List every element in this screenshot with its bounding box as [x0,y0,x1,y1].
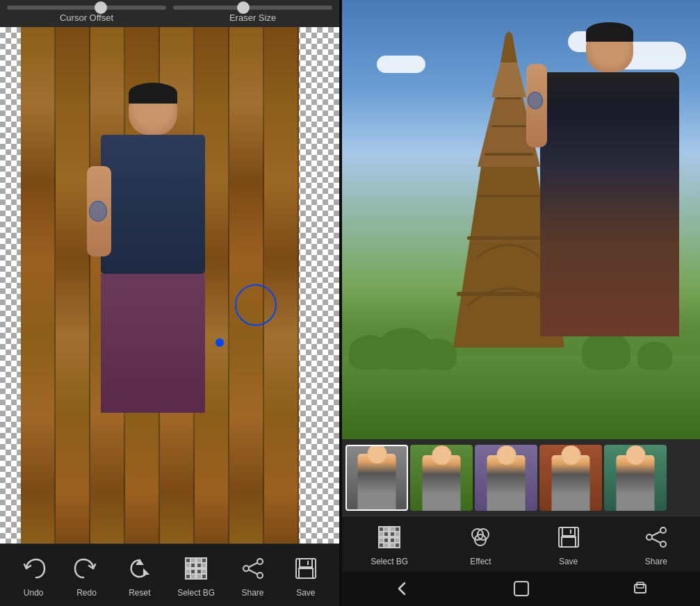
left-panel: Cursor Offset Eraser Size [0,0,339,606]
man-right-tattoo [528,92,543,109]
save-button-right[interactable]: Save [553,522,584,566]
man-shirt [101,135,205,274]
reset-label: Reset [129,588,150,598]
effect-icon [465,522,496,552]
man-pants [101,274,205,413]
thumbnail-5[interactable] [604,445,667,511]
thumb-head-2 [432,445,451,465]
top-controls: Cursor Offset Eraser Size [0,0,339,27]
man-right-figure [540,22,679,286]
thumbnail-1[interactable] [345,445,408,511]
right-bottom-toolbar: Select BG Effect [342,516,700,571]
man-head [129,83,177,135]
cursor-offset-thumb[interactable] [95,1,107,14]
tree-4 [582,331,630,370]
svg-rect-47 [562,527,575,536]
svg-point-50 [660,527,666,533]
svg-rect-42 [395,543,400,548]
thumb-person-4 [552,455,590,511]
save-label-right: Save [559,557,578,566]
background-thumbnail-strip [342,439,700,516]
left-bottom-toolbar: Undo Redo Reset [0,543,339,606]
svg-rect-5 [202,563,206,568]
main-preview-image[interactable] [342,0,700,439]
svg-rect-29 [491,125,526,127]
svg-rect-38 [379,538,384,543]
svg-rect-41 [390,538,395,543]
svg-line-54 [652,539,660,543]
eraser-cursor-circle [235,284,277,326]
svg-rect-1 [186,558,190,563]
save-button-left[interactable]: Save [291,553,321,598]
svg-rect-19 [299,568,313,578]
share-label-right: Share [645,557,667,566]
svg-point-52 [660,541,666,547]
man-tattoo [89,201,107,222]
svg-point-12 [257,559,263,564]
reset-icon [124,553,155,584]
eraser-size-track[interactable] [173,6,332,10]
thumbnail-2[interactable] [410,445,473,511]
man-right-hair [586,22,633,42]
svg-rect-18 [300,559,312,567]
svg-line-53 [652,532,660,536]
undo-icon [18,553,49,584]
effect-button[interactable]: Effect [465,522,496,566]
share-icon-left [238,553,268,584]
select-bg-label-right: Select BG [371,557,408,566]
reset-button[interactable]: Reset [124,553,155,598]
cursor-offset-track[interactable] [7,6,166,10]
share-label-left: Share [241,588,263,598]
share-button-right[interactable]: Share [641,522,671,566]
man-right-arm [526,64,547,147]
eraser-size-slider-group: Eraser Size [173,6,332,23]
select-bg-button-left[interactable]: Select BG [177,553,215,598]
svg-rect-27 [478,195,540,197]
svg-marker-24 [500,31,517,63]
thumb-person-2 [423,455,461,511]
share-icon-right [641,522,671,552]
redo-label: Redo [76,588,97,598]
man-subject [83,83,222,500]
svg-rect-32 [379,527,384,532]
man-left-arm [87,166,111,256]
nav-home-button[interactable] [507,578,535,599]
select-bg-button-right[interactable]: Select BG [371,522,408,566]
share-button-left[interactable]: Share [238,553,268,598]
nav-recents-button[interactable] [626,578,654,599]
svg-point-51 [646,534,652,540]
thumb-person-1 [358,454,396,509]
ground-trees [342,356,700,439]
svg-rect-33 [384,532,389,537]
svg-line-15 [249,563,257,567]
svg-rect-10 [197,569,202,574]
eraser-size-thumb[interactable] [237,1,250,14]
thumbnail-3[interactable] [475,445,537,511]
cursor-offset-slider-group: Cursor Offset [7,6,166,23]
svg-point-14 [257,573,263,578]
svg-rect-8 [190,574,195,579]
nav-back-button[interactable] [388,578,416,599]
svg-rect-7 [186,569,190,574]
undo-button[interactable]: Undo [18,553,49,598]
plank-8 [264,27,299,543]
thumb-head-1 [367,445,386,464]
thumb-head-3 [496,445,516,465]
tree-3 [418,338,457,370]
redo-icon [71,553,101,584]
thumbnail-4[interactable] [539,445,602,511]
select-bg-icon [181,553,211,584]
svg-rect-36 [395,532,400,537]
select-bg-icon-right [374,522,405,552]
thumb-person-5 [617,455,655,511]
man-hair [129,83,177,104]
svg-rect-55 [514,582,528,596]
save-icon-right [553,522,584,552]
redo-button[interactable]: Redo [71,553,101,598]
svg-rect-2 [190,563,195,568]
canvas-area[interactable] [0,27,339,543]
thumb-head-5 [626,445,645,465]
svg-rect-11 [202,574,206,579]
select-bg-label-left: Select BG [177,588,215,598]
svg-rect-30 [496,97,521,99]
